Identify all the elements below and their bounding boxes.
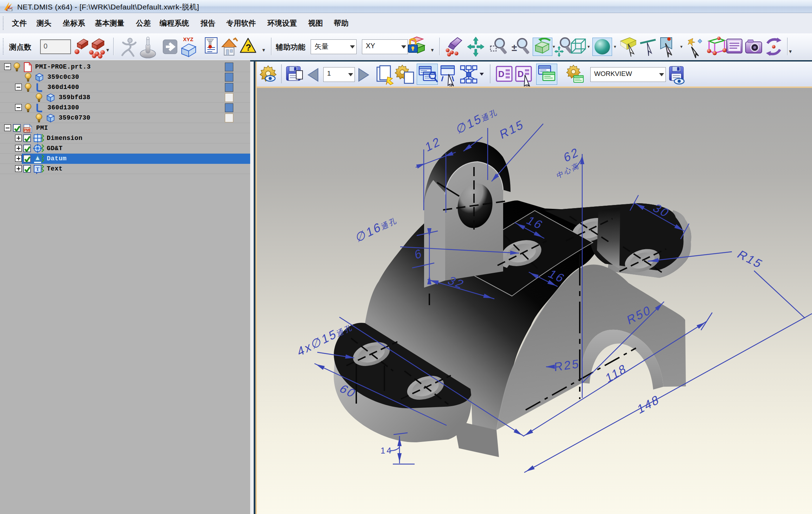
svg-text:148: 148 bbox=[636, 392, 661, 417]
svg-text:?: ? bbox=[246, 42, 251, 53]
svg-text:D: D bbox=[498, 69, 504, 79]
svg-text:D: D bbox=[518, 69, 524, 79]
svg-text:14: 14 bbox=[381, 446, 393, 455]
svg-text:∅15通孔: ∅15通孔 bbox=[455, 103, 499, 137]
svg-text:XYZ: XYZ bbox=[183, 36, 193, 42]
svg-text:R15: R15 bbox=[499, 117, 525, 142]
svg-text:±: ± bbox=[512, 42, 517, 53]
svg-text:12: 12 bbox=[424, 134, 442, 154]
svg-text:SM: SM bbox=[8, 9, 12, 11]
svg-text:∅16通孔: ∅16通孔 bbox=[355, 211, 398, 245]
svg-text:R15: R15 bbox=[735, 248, 766, 271]
svg-text:中心高: 中心高 bbox=[556, 161, 580, 180]
